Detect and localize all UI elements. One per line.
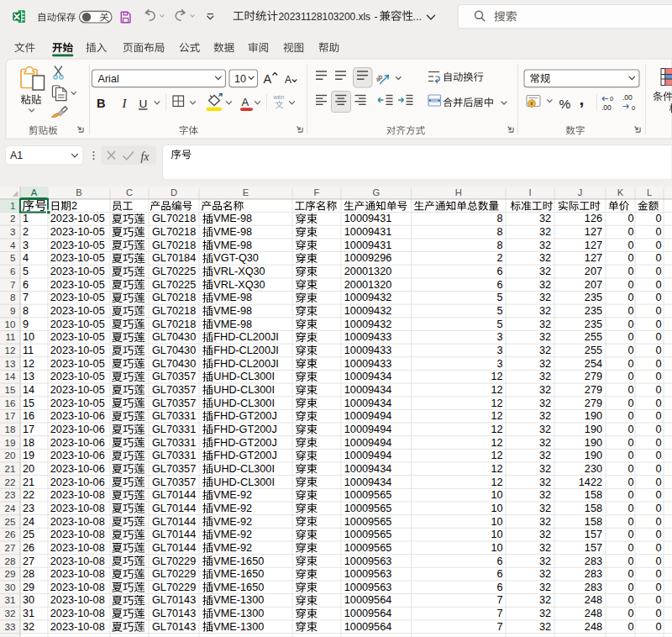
svg-text:VME-98: VME-98 [213, 305, 252, 317]
svg-text:32: 32 [539, 489, 551, 501]
svg-text:2023-10-08: 2023-10-08 [50, 608, 105, 619]
svg-text:13: 13 [23, 371, 34, 382]
svg-text:30: 30 [5, 582, 16, 592]
svg-text:UHD-CL300I: UHD-CL300I [213, 371, 275, 382]
svg-text:32: 32 [539, 266, 551, 277]
svg-text:2023-10-08: 2023-10-08 [50, 594, 105, 606]
svg-text:VME-92: VME-92 [213, 542, 252, 554]
svg-text:18: 18 [23, 437, 34, 449]
svg-text:GL70430: GL70430 [152, 358, 196, 370]
svg-text:I: I [528, 187, 531, 197]
svg-text:31: 31 [23, 608, 34, 619]
svg-text:8: 8 [10, 292, 15, 303]
svg-text:GL70357: GL70357 [152, 371, 196, 382]
svg-text:32: 32 [539, 371, 551, 382]
svg-text:FHD-CL200JI: FHD-CL200JI [213, 358, 279, 370]
svg-text:10009564: 10009564 [344, 594, 391, 606]
svg-text:2023-10-08: 2023-10-08 [50, 489, 105, 501]
svg-text:GL70357: GL70357 [152, 476, 196, 488]
svg-text:10: 10 [491, 503, 502, 514]
svg-text:7: 7 [496, 594, 502, 606]
svg-text:2023-10-06: 2023-10-06 [50, 463, 105, 475]
svg-text:32: 32 [539, 594, 551, 606]
svg-text:10009564: 10009564 [344, 608, 391, 619]
svg-text:0: 0 [655, 621, 661, 633]
svg-text:3: 3 [496, 358, 502, 370]
svg-text:2023-10-05: 2023-10-05 [50, 345, 105, 356]
svg-text:J: J [578, 187, 583, 197]
svg-text:283: 283 [585, 582, 602, 593]
svg-text:0: 0 [655, 476, 661, 488]
svg-text:12: 12 [491, 437, 502, 449]
svg-text:32: 32 [539, 252, 551, 264]
svg-text:fx: fx [141, 150, 150, 163]
svg-text:2023-10-05: 2023-10-05 [50, 292, 105, 303]
svg-text:26: 26 [5, 529, 16, 540]
svg-text:27: 27 [5, 542, 16, 553]
svg-text:5: 5 [496, 305, 502, 317]
svg-text:U: U [139, 97, 148, 110]
svg-text:235: 235 [585, 292, 602, 303]
svg-text:126: 126 [585, 213, 602, 224]
svg-text:GL70218: GL70218 [152, 226, 196, 238]
svg-text:2023-10-05: 2023-10-05 [50, 226, 105, 238]
svg-text:158: 158 [585, 503, 602, 514]
svg-text:VME-92: VME-92 [213, 489, 252, 501]
svg-text:0: 0 [627, 437, 633, 449]
svg-text:17: 17 [23, 424, 34, 435]
svg-text:C: C [126, 187, 133, 197]
svg-text:28: 28 [5, 555, 16, 566]
svg-text:20001320: 20001320 [344, 279, 391, 291]
svg-text:9: 9 [23, 318, 29, 330]
svg-text:32: 32 [539, 397, 551, 409]
svg-text:2023-10-08: 2023-10-08 [50, 568, 105, 580]
svg-text:31: 31 [5, 594, 16, 605]
svg-text:32: 32 [539, 608, 551, 619]
svg-text:13: 13 [5, 358, 16, 369]
svg-text:12: 12 [491, 424, 502, 435]
svg-text:2: 2 [71, 200, 77, 212]
svg-text:22: 22 [23, 489, 34, 501]
svg-text:32: 32 [539, 476, 551, 488]
svg-text:0: 0 [655, 608, 661, 619]
svg-text:27: 27 [23, 555, 34, 567]
svg-text:UHD-CL300I: UHD-CL300I [213, 476, 275, 488]
svg-text:207: 207 [585, 279, 602, 291]
svg-text:0: 0 [655, 331, 661, 343]
svg-text:0: 0 [627, 594, 633, 606]
svg-text:2023-10-08: 2023-10-08 [50, 555, 105, 567]
svg-text:24: 24 [23, 516, 34, 528]
svg-text:0: 0 [627, 582, 633, 593]
svg-text:GL70229: GL70229 [152, 582, 196, 593]
svg-text:1: 1 [10, 200, 15, 211]
svg-text:0: 0 [627, 266, 633, 277]
svg-text:L: L [647, 187, 652, 197]
svg-text:K: K [617, 187, 624, 197]
svg-text:0: 0 [627, 608, 633, 619]
svg-text:VME-1650: VME-1650 [213, 555, 264, 567]
svg-text:248: 248 [585, 594, 602, 606]
svg-text:0: 0 [627, 529, 633, 540]
svg-text:10009565: 10009565 [344, 503, 391, 514]
svg-text:32: 32 [539, 345, 551, 356]
svg-text:0: 0 [632, 104, 635, 112]
svg-text:17: 17 [5, 410, 16, 421]
svg-text:32: 32 [539, 226, 551, 238]
svg-text:0: 0 [627, 463, 633, 475]
svg-text:10009565: 10009565 [344, 489, 391, 501]
svg-text:2023-10-05: 2023-10-05 [50, 384, 105, 396]
svg-text:12: 12 [23, 358, 34, 370]
svg-text:12: 12 [491, 371, 502, 382]
svg-text:12: 12 [5, 345, 16, 355]
svg-text:1: 1 [23, 213, 29, 224]
svg-text:28: 28 [23, 568, 34, 580]
svg-text:0: 0 [655, 305, 661, 317]
svg-text:32: 32 [539, 529, 551, 540]
svg-text:190: 190 [585, 410, 602, 422]
svg-text:0: 0 [655, 463, 661, 475]
svg-text:10009434: 10009434 [344, 371, 391, 382]
svg-text:0: 0 [627, 226, 633, 238]
svg-text:GL70144: GL70144 [152, 489, 196, 501]
svg-text:0: 0 [655, 450, 661, 461]
svg-text:12: 12 [491, 463, 502, 475]
